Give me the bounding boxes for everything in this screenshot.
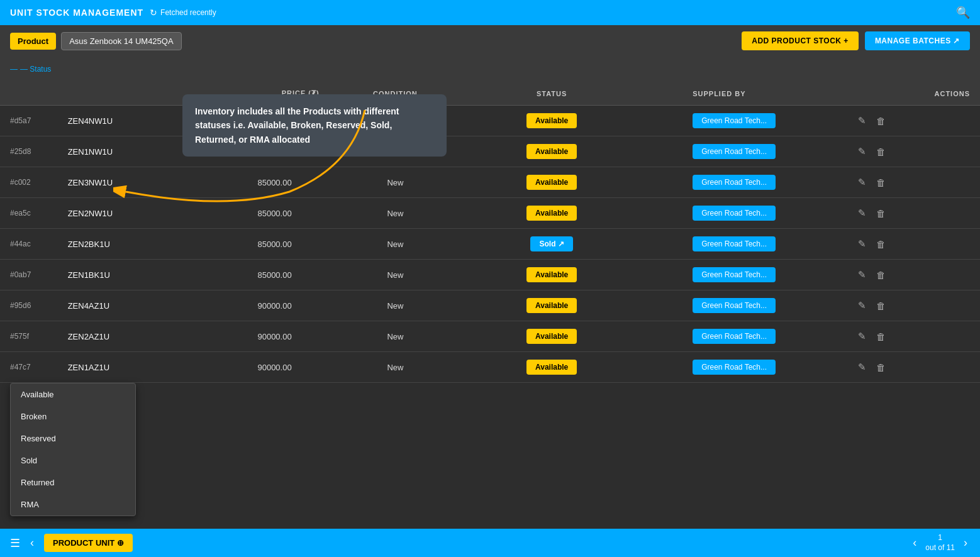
- edit-icon[interactable]: ✎: [858, 146, 866, 157]
- app-title: UNIT STOCK MANAGEMENT: [10, 8, 143, 18]
- col-status: STATUS: [461, 82, 642, 106]
- row-sku: ZEN3NW1U: [58, 167, 181, 198]
- prev-page-button[interactable]: ‹: [910, 536, 919, 549]
- edit-icon[interactable]: ✎: [858, 207, 866, 219]
- table-body: #d5a7 ZEN4NW1U 85000.00 New Available Gr…: [0, 106, 980, 383]
- supplier-badge[interactable]: Green Road Tech...: [693, 144, 776, 159]
- supplier-badge[interactable]: Green Road Tech...: [693, 267, 776, 282]
- col-supplier: SUPPLIED BY: [642, 82, 848, 106]
- row-sku: ZEN2NW1U: [58, 198, 181, 229]
- delete-icon[interactable]: 🗑: [876, 362, 886, 373]
- row-supplier: Green Road Tech...: [642, 260, 848, 290]
- row-sku: ZEN4AZ1U: [58, 290, 181, 321]
- row-sku: ZEN2AZ1U: [58, 321, 181, 352]
- current-page: 1: [925, 533, 955, 543]
- supplier-badge[interactable]: Green Road Tech...: [693, 236, 776, 251]
- status-filter-toggle[interactable]: — — Status: [10, 65, 51, 74]
- table-row: #25d8 ZEN1NW1U 85000.00 New Available Gr…: [0, 136, 980, 167]
- delete-icon[interactable]: 🗑: [876, 177, 886, 188]
- bottombar-right: ‹ 1 out of 11 ›: [910, 533, 970, 553]
- edit-icon[interactable]: ✎: [858, 269, 866, 280]
- delete-icon[interactable]: 🗑: [876, 270, 886, 280]
- next-page-button[interactable]: ›: [961, 536, 970, 549]
- search-icon[interactable]: 🔍: [956, 6, 970, 19]
- row-price: 85000.00: [181, 260, 330, 290]
- edit-icon[interactable]: ✎: [858, 238, 866, 250]
- filterbar-left: Product Asus Zenbook 14 UM425QA: [10, 32, 182, 50]
- product-filter-value[interactable]: Asus Zenbook 14 UM425QA: [61, 32, 181, 50]
- table-row: #0ab7 ZEN1BK1U 85000.00 New Available Gr…: [0, 260, 980, 290]
- tooltip-text: Inventory includes all the Products with…: [195, 106, 399, 145]
- filter-bar: Product Asus Zenbook 14 UM425QA ADD PROD…: [0, 25, 980, 57]
- row-status: Available: [461, 290, 642, 321]
- col-sku: [58, 82, 181, 106]
- table-row: #c002 ZEN3NW1U 85000.00 New Available Gr…: [0, 167, 980, 198]
- hamburger-icon[interactable]: ☰: [10, 536, 20, 550]
- status-option-returned[interactable]: Returned: [11, 472, 135, 494]
- topbar-left: UNIT STOCK MANAGEMENT ↻ Fetched recently: [10, 8, 216, 18]
- bottom-bar: ☰ ‹ PRODUCT UNIT ⊕ ‹ 1 out of 11 ›: [0, 529, 980, 557]
- supplier-badge[interactable]: Green Road Tech...: [693, 329, 776, 344]
- row-actions: ✎ 🗑: [848, 106, 980, 136]
- status-badge: Available: [526, 267, 577, 282]
- row-supplier: Green Road Tech...: [642, 198, 848, 229]
- edit-icon[interactable]: ✎: [858, 331, 866, 342]
- delete-icon[interactable]: 🗑: [876, 116, 886, 126]
- back-icon[interactable]: ‹: [30, 536, 34, 549]
- manage-batches-button[interactable]: MANAGE BATCHES ↗: [865, 31, 970, 50]
- supplier-badge[interactable]: Green Road Tech...: [693, 206, 776, 221]
- row-status: Available: [461, 260, 642, 290]
- row-condition: New: [330, 229, 461, 260]
- row-price: 85000.00: [181, 198, 330, 229]
- total-pages: out of 11: [925, 543, 955, 553]
- supplier-badge[interactable]: Green Road Tech...: [693, 175, 776, 190]
- status-badge: Available: [526, 113, 577, 128]
- row-id: #25d8: [0, 136, 58, 167]
- status-option-sold[interactable]: Sold: [11, 449, 135, 472]
- row-id: #44ac: [0, 229, 58, 260]
- product-filter-label[interactable]: Product: [10, 33, 56, 50]
- status-badge: Available: [526, 206, 577, 221]
- delete-icon[interactable]: 🗑: [876, 331, 886, 342]
- row-status: Available: [461, 106, 642, 136]
- supplier-badge[interactable]: Green Road Tech...: [693, 360, 776, 375]
- content-wrapper: — — Status Available Broken Reserved Sol…: [0, 57, 980, 383]
- page-info: 1 out of 11: [925, 533, 955, 553]
- row-condition: New: [330, 321, 461, 352]
- status-minus-icon: —: [10, 65, 18, 74]
- row-actions: ✎ 🗑: [848, 136, 980, 167]
- row-supplier: Green Road Tech...: [642, 290, 848, 321]
- row-condition: New: [330, 290, 461, 321]
- row-supplier: Green Road Tech...: [642, 321, 848, 352]
- edit-icon[interactable]: ✎: [858, 300, 866, 311]
- row-supplier: Green Road Tech...: [642, 352, 848, 383]
- row-condition: New: [330, 167, 461, 198]
- delete-icon[interactable]: 🗑: [876, 146, 886, 157]
- delete-icon[interactable]: 🗑: [876, 208, 886, 219]
- product-unit-button[interactable]: PRODUCT UNIT ⊕: [44, 534, 133, 552]
- row-sku: ZEN4NW1U: [58, 106, 181, 136]
- row-supplier: Green Road Tech...: [642, 136, 848, 167]
- delete-icon[interactable]: 🗑: [876, 301, 886, 311]
- status-badge: Available: [526, 144, 577, 159]
- row-sku: ZEN1NW1U: [58, 136, 181, 167]
- edit-icon[interactable]: ✎: [858, 361, 866, 373]
- edit-icon[interactable]: ✎: [858, 177, 866, 188]
- delete-icon[interactable]: 🗑: [876, 239, 886, 250]
- status-option-rma[interactable]: RMA: [11, 494, 135, 516]
- status-option-reserved[interactable]: Reserved: [11, 427, 135, 449]
- row-sku: ZEN1BK1U: [58, 260, 181, 290]
- status-option-broken[interactable]: Broken: [11, 405, 135, 427]
- row-actions: ✎ 🗑: [848, 352, 980, 383]
- table-row: #44ac ZEN2BK1U 85000.00 New Sold ↗ Green…: [0, 229, 980, 260]
- row-actions: ✎ 🗑: [848, 198, 980, 229]
- status-badge: Available: [526, 175, 577, 190]
- add-product-stock-button[interactable]: ADD PRODUCT STOCK +: [742, 31, 859, 50]
- edit-icon[interactable]: ✎: [858, 115, 866, 126]
- supplier-badge[interactable]: Green Road Tech...: [693, 113, 776, 128]
- table-row: #47c7 ZEN1AZ1U 90000.00 New Available Gr…: [0, 352, 980, 383]
- row-price: 90000.00: [181, 321, 330, 352]
- supplier-badge[interactable]: Green Road Tech...: [693, 298, 776, 313]
- status-option-available[interactable]: Available: [11, 383, 135, 405]
- row-actions: ✎ 🗑: [848, 290, 980, 321]
